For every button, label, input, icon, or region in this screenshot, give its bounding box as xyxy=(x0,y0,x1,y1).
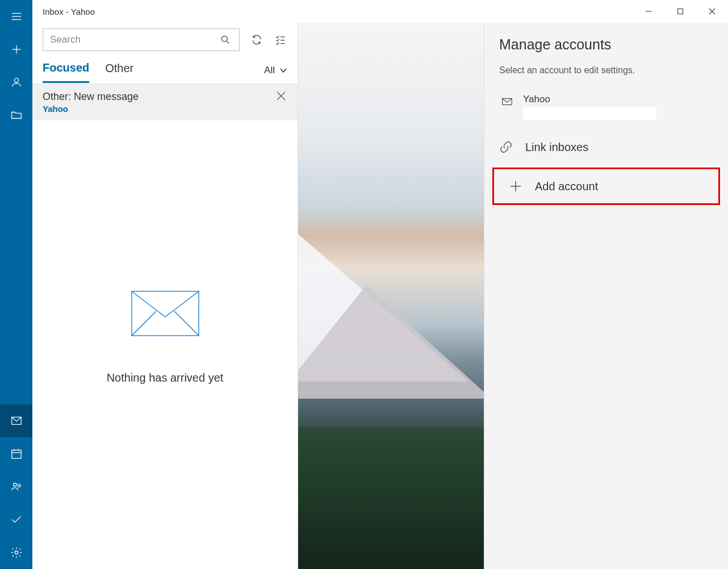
svg-rect-11 xyxy=(11,450,21,459)
link-inboxes-label: Link inboxes xyxy=(525,141,588,154)
nav-new-mail-button[interactable] xyxy=(0,33,32,66)
close-button[interactable] xyxy=(696,0,728,23)
svg-point-16 xyxy=(18,484,20,487)
nav-mail-tab[interactable] xyxy=(0,404,32,437)
svg-line-19 xyxy=(227,41,229,44)
nav-calendar-tab[interactable] xyxy=(0,437,32,470)
plus-icon xyxy=(509,179,522,193)
inbox-tabs: Focused Other All xyxy=(32,57,298,84)
manage-accounts-panel: Manage accounts Select an account to edi… xyxy=(484,23,728,569)
link-inboxes-button[interactable]: Link inboxes xyxy=(484,130,728,164)
empty-message: Nothing has arrived yet xyxy=(107,371,224,384)
add-account-label: Add account xyxy=(535,180,598,193)
nav-folders-button[interactable] xyxy=(0,99,32,132)
mail-icon xyxy=(499,94,515,110)
svg-point-17 xyxy=(15,551,18,554)
svg-line-26 xyxy=(132,311,156,336)
toolbar-row xyxy=(32,23,298,57)
window-title: Inbox - Yahoo xyxy=(32,7,633,16)
filter-dropdown[interactable]: All xyxy=(264,65,287,76)
nav-menu-button[interactable] xyxy=(0,0,32,33)
sync-button[interactable] xyxy=(250,33,263,47)
tab-other[interactable]: Other xyxy=(105,58,133,82)
svg-point-15 xyxy=(13,483,16,487)
svg-point-9 xyxy=(14,78,18,82)
nav-settings-button[interactable] xyxy=(0,536,32,569)
search-input[interactable] xyxy=(50,34,219,45)
minimize-button[interactable] xyxy=(633,0,664,23)
add-account-button[interactable]: Add account xyxy=(494,169,718,203)
banner-account: Yahoo xyxy=(43,104,276,114)
select-mode-button[interactable] xyxy=(274,33,287,47)
svg-rect-1 xyxy=(678,9,683,14)
envelope-icon xyxy=(131,291,199,336)
svg-line-27 xyxy=(174,311,199,336)
banner-title: Other: New message xyxy=(43,91,276,103)
account-row-yahoo[interactable]: Yahoo xyxy=(484,90,728,130)
tab-focused[interactable]: Focused xyxy=(43,58,89,83)
filter-label: All xyxy=(264,65,275,76)
link-icon xyxy=(499,140,513,154)
nav-todo-tab[interactable] xyxy=(0,503,32,536)
window-controls xyxy=(633,0,728,23)
nav-accounts-button[interactable] xyxy=(0,66,32,99)
account-email-redacted xyxy=(523,107,656,120)
maximize-button[interactable] xyxy=(664,0,696,23)
search-box[interactable] xyxy=(43,28,240,51)
svg-rect-25 xyxy=(132,291,199,336)
search-icon[interactable] xyxy=(219,33,232,47)
svg-point-18 xyxy=(221,36,227,41)
empty-state: Nothing has arrived yet xyxy=(32,120,298,569)
highlight-add-account: Add account xyxy=(492,168,720,205)
banner-close-button[interactable] xyxy=(276,91,287,102)
chevron-down-icon xyxy=(279,66,287,74)
other-new-message-banner[interactable]: Other: New message Yahoo xyxy=(32,84,298,120)
message-list-pane: Focused Other All Other: New message Yah… xyxy=(32,23,298,569)
panel-heading: Manage accounts xyxy=(484,36,728,63)
titlebar: Inbox - Yahoo xyxy=(32,0,728,23)
panel-subtitle: Select an account to edit settings. xyxy=(484,63,728,90)
nav-rail xyxy=(0,0,32,569)
nav-people-tab[interactable] xyxy=(0,470,32,503)
account-name: Yahoo xyxy=(523,94,713,105)
